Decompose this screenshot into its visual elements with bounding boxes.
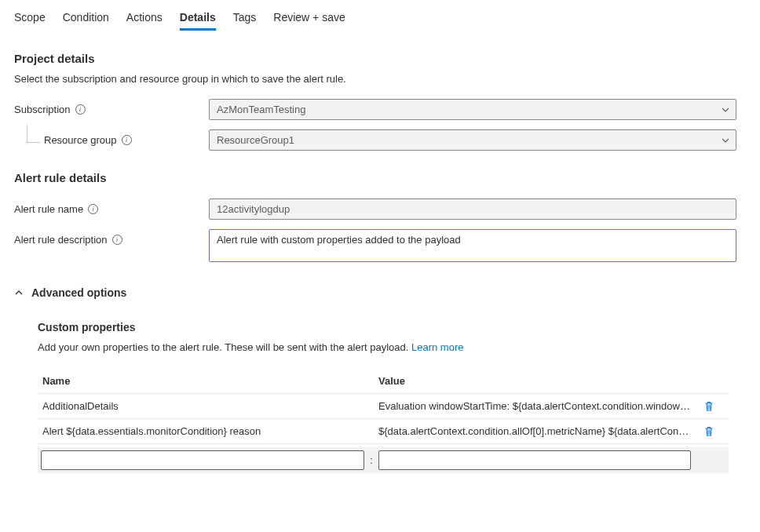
tab-scope[interactable]: Scope	[14, 8, 46, 30]
property-value: ${data.alertContext.condition.allOf[0].m…	[374, 425, 696, 437]
property-value: Evaluation windowStartTime: ${data.alert…	[374, 400, 696, 412]
project-details-heading: Project details	[14, 52, 746, 65]
column-header-value: Value	[374, 375, 696, 387]
colon-separator: :	[364, 454, 378, 466]
tab-actions[interactable]: Actions	[126, 8, 163, 30]
custom-properties-table: Name Value AdditionalDetails Evaluation …	[38, 369, 729, 444]
tab-tags[interactable]: Tags	[233, 8, 257, 30]
info-icon[interactable]: i	[122, 135, 132, 145]
alert-rule-details-heading: Alert rule details	[14, 171, 746, 184]
column-header-name: Name	[38, 375, 374, 387]
alert-rule-name-input[interactable]	[209, 199, 736, 220]
tab-bar: Scope Condition Actions Details Tags Rev…	[14, 8, 746, 30]
new-property-name-input[interactable]	[41, 450, 364, 470]
new-property-value-input[interactable]	[378, 450, 691, 470]
alert-rule-description-input[interactable]	[209, 229, 736, 262]
tab-review-save[interactable]: Review + save	[273, 8, 345, 30]
property-name: AdditionalDetails	[38, 400, 374, 412]
alert-rule-description-label: Alert rule description	[14, 234, 108, 246]
advanced-options-heading: Advanced options	[31, 286, 126, 299]
learn-more-link[interactable]: Learn more	[411, 341, 463, 353]
delete-icon[interactable]	[703, 425, 714, 437]
custom-property-input-row: :	[38, 447, 729, 473]
delete-icon[interactable]	[703, 400, 714, 412]
advanced-options-toggle[interactable]: Advanced options	[14, 286, 746, 299]
resource-group-select[interactable]	[209, 129, 736, 151]
project-details-description: Select the subscription and resource gro…	[14, 73, 746, 85]
info-icon[interactable]: i	[88, 204, 98, 214]
subscription-label: Subscription	[14, 104, 71, 115]
resource-group-label: Resource group	[44, 134, 117, 146]
subscription-select[interactable]	[209, 99, 736, 120]
tab-details[interactable]: Details	[180, 8, 216, 30]
table-row: Alert ${data.essentials.monitorCondition…	[38, 419, 729, 444]
tab-condition[interactable]: Condition	[63, 8, 109, 30]
chevron-up-icon	[14, 288, 24, 297]
alert-rule-name-label: Alert rule name	[14, 203, 83, 215]
custom-properties-heading: Custom properties	[38, 321, 746, 333]
property-name: Alert ${data.essentials.monitorCondition…	[38, 425, 374, 437]
info-icon[interactable]: i	[75, 104, 86, 115]
custom-properties-helper: Add your own properties to the alert rul…	[38, 341, 411, 353]
info-icon[interactable]: i	[112, 235, 122, 245]
table-row: AdditionalDetails Evaluation windowStart…	[38, 394, 729, 419]
